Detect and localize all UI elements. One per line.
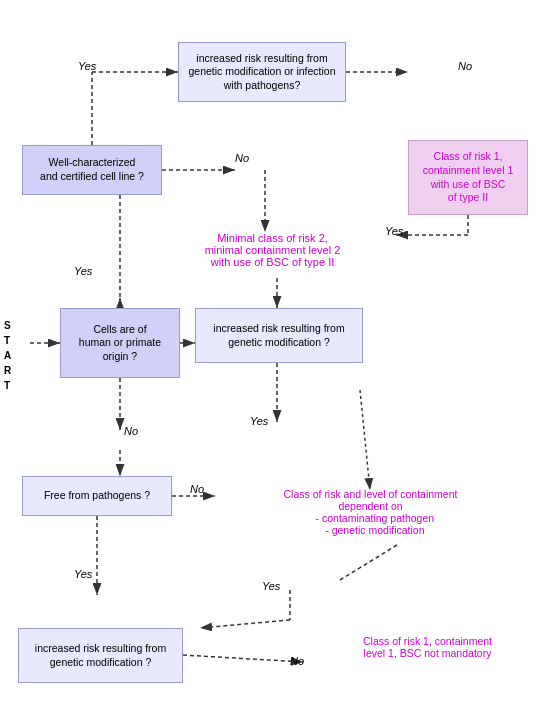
cells-origin-label: Cells are ofhuman or primateorigin ? bbox=[79, 323, 161, 364]
yes3-label: Yes bbox=[250, 415, 268, 427]
yes1-label: Yes bbox=[78, 60, 96, 72]
no5-label: No bbox=[290, 655, 304, 667]
no2-label: No bbox=[235, 152, 249, 164]
class-risk1-top-label: Class of risk 1,containment level 1with … bbox=[423, 150, 513, 205]
yes2-label: Yes bbox=[74, 265, 92, 277]
genetic-mod-question-label: increased risk resulting fromgenetic mod… bbox=[213, 322, 344, 349]
class-risk1-top-box: Class of risk 1,containment level 1with … bbox=[408, 140, 528, 215]
no3-label: No bbox=[124, 425, 138, 437]
yes4-label: Yes bbox=[262, 580, 280, 592]
top-question-box: increased risk resulting from genetic mo… bbox=[178, 42, 346, 102]
free-pathogens-label: Free from pathogens ? bbox=[44, 489, 150, 503]
yes-top-label: Yes bbox=[385, 225, 403, 237]
yes-pathogens-label: Yes bbox=[74, 568, 92, 580]
class-risk-dependent-label: Class of risk and level of containmentde… bbox=[228, 488, 513, 536]
start-label: START bbox=[4, 318, 11, 393]
flowchart: increased risk resulting from genetic mo… bbox=[0, 0, 540, 720]
svg-line-22 bbox=[183, 655, 303, 662]
class-risk1-bottom-label: Class of risk 1, containmentlevel 1, BSC… bbox=[330, 635, 525, 659]
well-characterized-box: Well-characterizedand certified cell lin… bbox=[22, 145, 162, 195]
top-question-label: increased risk resulting from genetic mo… bbox=[183, 52, 341, 93]
free-pathogens-box: Free from pathogens ? bbox=[22, 476, 172, 516]
genetic-mod-question-box: increased risk resulting fromgenetic mod… bbox=[195, 308, 363, 363]
svg-line-25 bbox=[200, 620, 290, 628]
svg-line-23 bbox=[340, 545, 397, 580]
svg-line-16 bbox=[360, 390, 370, 490]
no1-label: No bbox=[458, 60, 472, 72]
well-characterized-label: Well-characterizedand certified cell lin… bbox=[40, 156, 144, 183]
genetic-mod-bottom-box: increased risk resulting fromgenetic mod… bbox=[18, 628, 183, 683]
cells-origin-box: Cells are ofhuman or primateorigin ? bbox=[60, 308, 180, 378]
no4-label: No bbox=[190, 483, 204, 495]
minimal-risk-label: Minimal class of risk 2,minimal containm… bbox=[185, 232, 360, 268]
genetic-mod-bottom-label: increased risk resulting fromgenetic mod… bbox=[35, 642, 166, 669]
